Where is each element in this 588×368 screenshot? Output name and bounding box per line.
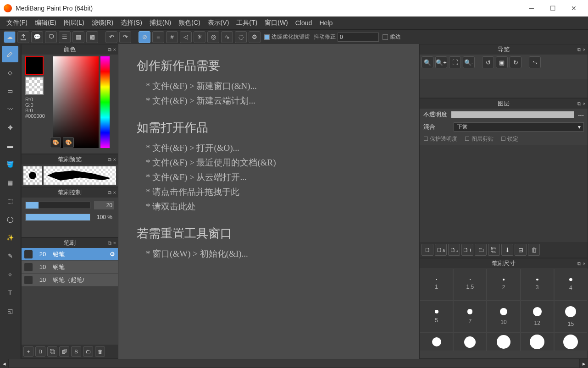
snap-off-icon[interactable]: ⊘ <box>139 31 150 43</box>
layer-merge-button[interactable]: ⬇ <box>501 244 513 256</box>
panel-popout-icon[interactable]: ⧉ <box>108 240 111 246</box>
redo-button[interactable]: ↷ <box>119 31 131 43</box>
panel-popout-icon[interactable]: ⧉ <box>577 47 581 53</box>
brush-size-cell[interactable]: 12 <box>521 301 554 333</box>
menu-edit[interactable]: 编辑(E) <box>32 18 59 28</box>
flip-button[interactable]: ⇋ <box>529 56 541 68</box>
scroll-right-button[interactable]: ▸ <box>580 359 588 368</box>
brush-add-button[interactable]: + <box>23 346 33 357</box>
panel-close-icon[interactable]: × <box>583 47 586 53</box>
menu-select[interactable]: 选择(S) <box>118 18 145 28</box>
layer-new1-button[interactable]: 🗋₁ <box>448 244 460 256</box>
brush-item[interactable]: 10钢笔 <box>22 261 118 274</box>
brush-size-cell[interactable] <box>521 333 554 351</box>
brush-new-button[interactable]: 🗋 <box>35 346 45 357</box>
layer-opacity-slider[interactable] <box>451 111 574 118</box>
panel-popout-icon[interactable]: ⧉ <box>577 101 581 107</box>
brush-folder-button[interactable]: 🗀 <box>83 346 93 357</box>
brush-size-cell[interactable]: 1 <box>420 269 453 301</box>
menu-tool[interactable]: 工具(T) <box>233 18 260 28</box>
panel-popout-icon[interactable]: ⧉ <box>577 261 581 267</box>
brush-opacity-slider[interactable] <box>25 214 90 221</box>
palette-alt-icon[interactable]: 🎨 <box>63 137 74 148</box>
brush-size-cell[interactable]: 4 <box>554 269 588 301</box>
brush-size-cell[interactable]: 2 <box>487 269 520 301</box>
snap-perspective-icon[interactable]: ◁ <box>180 31 192 43</box>
eraser-tool[interactable]: ◇ <box>2 64 18 81</box>
background-swatch[interactable] <box>25 77 44 95</box>
brush-size-cell[interactable]: 10 <box>487 301 520 333</box>
brush-size-slider[interactable] <box>25 202 90 209</box>
menu-view[interactable]: 表示(V) <box>205 18 232 28</box>
horizontal-scrollbar[interactable] <box>8 359 580 368</box>
zoom-in-button[interactable]: 🔍+ <box>435 56 447 68</box>
brush-size-cell[interactable]: 7 <box>453 301 487 333</box>
panel-popout-icon[interactable]: ⧉ <box>108 47 111 53</box>
blend-select[interactable]: 正常▾ <box>454 122 584 132</box>
snap-curve-icon[interactable]: ∿ <box>221 31 233 43</box>
panel-icon[interactable]: ▦ <box>72 31 84 43</box>
lasso-tool[interactable]: ◯ <box>2 211 18 227</box>
layer-clip-button[interactable]: ⊟ <box>515 244 527 256</box>
panel-close-icon[interactable]: × <box>113 157 116 163</box>
brush-item[interactable]: 10钢笔（起笔/ <box>22 274 118 286</box>
lock-checkbox[interactable]: ☐ 锁定 <box>501 135 518 143</box>
panel-close-icon[interactable]: × <box>113 47 116 53</box>
menu-snap[interactable]: 捕捉(N) <box>147 18 174 28</box>
correction-input[interactable] <box>338 33 379 42</box>
fill-tool[interactable]: ▬ <box>2 137 18 154</box>
canvas-area[interactable]: 创作新作品需要 * 文件(&F) > 新建窗口(&N)... * 文件(&F) … <box>118 44 419 359</box>
brush-size-cell[interactable] <box>453 333 487 351</box>
wand-tool[interactable]: ✨ <box>2 229 18 246</box>
layer-copy-button[interactable]: ⿻ <box>488 244 500 256</box>
soft-edge-checkbox[interactable]: 柔边 <box>383 33 401 41</box>
rotate-left-button[interactable]: ↺ <box>482 56 494 68</box>
scroll-left-button[interactable]: ◂ <box>0 359 8 368</box>
select-rect-tool[interactable]: ⬚ <box>2 192 18 209</box>
comic-icon[interactable]: 💬 <box>31 31 43 43</box>
layer-new-button[interactable]: 🗋 <box>422 244 433 256</box>
zoom-reset-button[interactable]: 🔍- <box>463 56 475 68</box>
select-pen-tool[interactable]: ✎ <box>2 247 18 264</box>
brush-size-cell[interactable]: 5 <box>420 301 453 333</box>
snap-concentric-icon[interactable]: ◎ <box>207 31 219 43</box>
menu-help[interactable]: Help <box>316 18 335 27</box>
bucket-tool[interactable]: 🪣 <box>2 156 18 172</box>
brush-down-button[interactable]: 🗐 <box>59 346 69 357</box>
gradient-tool[interactable]: ▤ <box>2 174 18 191</box>
layer-list[interactable] <box>420 145 588 242</box>
menu-cloud[interactable]: Cloud <box>293 18 315 27</box>
clipping-checkbox[interactable]: ☐ 图层剪贴 <box>465 135 493 143</box>
dot-tool[interactable]: 〰 <box>2 101 18 117</box>
foreground-swatch[interactable] <box>25 56 44 75</box>
rotate-right-button[interactable]: ↻ <box>510 56 521 68</box>
select-erase-tool[interactable]: ⟐ <box>2 266 18 282</box>
maximize-button[interactable]: ☐ <box>542 0 563 16</box>
panel-close-icon[interactable]: × <box>113 240 116 246</box>
palette-icon[interactable]: 🎨 <box>50 137 61 148</box>
operation-tool[interactable]: ◱ <box>2 302 18 319</box>
menu-color[interactable]: 颜色(C) <box>176 18 203 28</box>
menu-window[interactable]: 窗口(W) <box>262 18 291 28</box>
antialias-checkbox[interactable]: 边缘柔化抗锯齿 <box>264 33 310 41</box>
brush-tool[interactable] <box>2 46 18 62</box>
brush-size-cell[interactable]: 1.5 <box>453 269 487 301</box>
move-tool[interactable]: ✥ <box>2 119 18 136</box>
panel-popout-icon[interactable]: ⧉ <box>108 157 111 163</box>
snap-ellipse-icon[interactable]: ◌ <box>235 31 247 43</box>
snap-grid-icon[interactable]: # <box>166 31 178 43</box>
minimize-button[interactable]: ─ <box>521 0 542 16</box>
doc-icon[interactable]: ☰ <box>59 31 71 43</box>
brush-item[interactable]: 20铅笔⚙ <box>22 248 118 261</box>
brush-size-cell[interactable] <box>487 333 520 351</box>
panel-close-icon[interactable]: × <box>583 261 586 267</box>
gear-icon[interactable]: ⚙ <box>110 251 115 258</box>
panel-close-icon[interactable]: × <box>113 190 116 196</box>
brush-dup-button[interactable]: ⿻ <box>47 346 57 357</box>
protect-alpha-checkbox[interactable]: ☐ 保护透明度 <box>423 135 457 143</box>
layer-folder-button[interactable]: 🗀 <box>475 244 487 256</box>
layer-dup-button[interactable]: 🗋+ <box>461 244 473 256</box>
brush-script-button[interactable]: S <box>71 346 81 357</box>
cloud-icon[interactable]: ☁ <box>4 31 16 43</box>
share-icon[interactable] <box>17 31 29 43</box>
